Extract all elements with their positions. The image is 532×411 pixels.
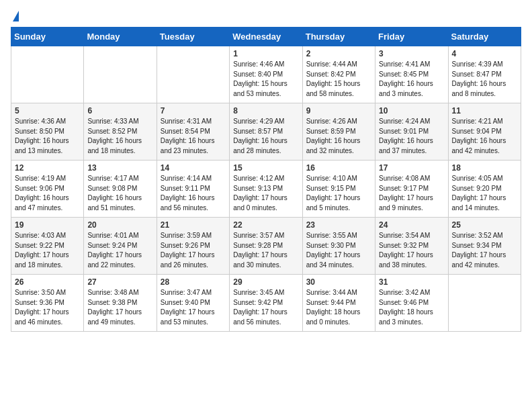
calendar-cell: 10Sunrise: 4:24 AM Sunset: 9:01 PM Dayli… [375,103,448,161]
calendar-cell: 22Sunrise: 3:57 AM Sunset: 9:28 PM Dayli… [230,218,302,275]
day-info: Sunrise: 3:47 AM Sunset: 9:40 PM Dayligh… [161,288,226,327]
day-info: Sunrise: 3:45 AM Sunset: 9:42 PM Dayligh… [233,288,298,327]
calendar-cell: 11Sunrise: 4:21 AM Sunset: 9:04 PM Dayli… [448,103,521,161]
calendar-cell: 8Sunrise: 4:29 AM Sunset: 8:57 PM Daylig… [230,103,302,161]
day-info: Sunrise: 3:55 AM Sunset: 9:30 PM Dayligh… [306,231,371,270]
calendar-cell: 2Sunrise: 4:44 AM Sunset: 8:42 PM Daylig… [302,46,375,103]
logo-triangle-icon [13,11,19,21]
day-info: Sunrise: 4:17 AM Sunset: 9:08 PM Dayligh… [87,174,152,213]
day-info: Sunrise: 4:41 AM Sunset: 8:45 PM Dayligh… [379,60,444,99]
day-info: Sunrise: 3:57 AM Sunset: 9:28 PM Dayligh… [233,231,298,270]
day-number: 28 [161,277,226,287]
calendar-cell: 4Sunrise: 4:39 AM Sunset: 8:47 PM Daylig… [448,46,521,103]
calendar-cell: 20Sunrise: 4:01 AM Sunset: 9:24 PM Dayli… [84,218,157,275]
calendar-cell: 12Sunrise: 4:19 AM Sunset: 9:06 PM Dayli… [11,161,84,218]
calendar-cell: 15Sunrise: 4:12 AM Sunset: 9:13 PM Dayli… [230,161,302,218]
calendar-cell: 13Sunrise: 4:17 AM Sunset: 9:08 PM Dayli… [84,161,157,218]
calendar-cell: 1Sunrise: 4:46 AM Sunset: 8:40 PM Daylig… [230,46,302,103]
day-info: Sunrise: 3:59 AM Sunset: 9:26 PM Dayligh… [161,231,226,270]
calendar-cell: 16Sunrise: 4:10 AM Sunset: 9:15 PM Dayli… [302,161,375,218]
calendar-cell: 7Sunrise: 4:31 AM Sunset: 8:54 PM Daylig… [157,103,229,161]
calendar-week-row: 26Sunrise: 3:50 AM Sunset: 9:36 PM Dayli… [11,275,521,332]
calendar-cell: 31Sunrise: 3:42 AM Sunset: 9:46 PM Dayli… [375,275,448,332]
day-info: Sunrise: 4:33 AM Sunset: 8:52 PM Dayligh… [87,117,152,156]
day-info: Sunrise: 4:10 AM Sunset: 9:15 PM Dayligh… [306,174,371,213]
calendar-cell: 26Sunrise: 3:50 AM Sunset: 9:36 PM Dayli… [11,275,84,332]
calendar-cell: 29Sunrise: 3:45 AM Sunset: 9:42 PM Dayli… [230,275,302,332]
day-number: 5 [15,106,80,116]
day-number: 4 [452,49,517,58]
day-info: Sunrise: 4:36 AM Sunset: 8:50 PM Dayligh… [15,117,80,156]
calendar-cell: 17Sunrise: 4:08 AM Sunset: 9:17 PM Dayli… [375,161,448,218]
day-info: Sunrise: 4:21 AM Sunset: 9:04 PM Dayligh… [452,117,517,156]
day-number: 26 [15,277,80,287]
day-number: 16 [306,163,371,173]
calendar-cell: 9Sunrise: 4:26 AM Sunset: 8:59 PM Daylig… [302,103,375,161]
day-info: Sunrise: 3:42 AM Sunset: 9:46 PM Dayligh… [379,288,444,327]
page-header [11,11,521,21]
calendar-cell [448,275,521,332]
day-number: 6 [87,106,152,116]
day-number: 18 [452,163,517,173]
day-info: Sunrise: 4:14 AM Sunset: 9:11 PM Dayligh… [161,174,226,213]
day-info: Sunrise: 4:26 AM Sunset: 8:59 PM Dayligh… [306,117,371,156]
calendar-cell: 19Sunrise: 4:03 AM Sunset: 9:22 PM Dayli… [11,218,84,275]
weekday-header-monday: Monday [84,28,157,46]
day-number: 2 [306,49,371,58]
day-info: Sunrise: 3:54 AM Sunset: 9:32 PM Dayligh… [379,231,444,270]
day-info: Sunrise: 4:05 AM Sunset: 9:20 PM Dayligh… [452,174,517,213]
day-number: 13 [87,163,152,173]
calendar-cell: 21Sunrise: 3:59 AM Sunset: 9:26 PM Dayli… [157,218,229,275]
day-number: 21 [161,220,226,230]
day-number: 29 [233,277,298,287]
day-info: Sunrise: 4:24 AM Sunset: 9:01 PM Dayligh… [379,117,444,156]
weekday-header-tuesday: Tuesday [157,28,229,46]
day-number: 12 [15,163,80,173]
day-info: Sunrise: 4:44 AM Sunset: 8:42 PM Dayligh… [306,60,371,99]
calendar-cell [84,46,157,103]
day-info: Sunrise: 4:19 AM Sunset: 9:06 PM Dayligh… [15,174,80,213]
calendar-cell [157,46,229,103]
day-info: Sunrise: 4:12 AM Sunset: 9:13 PM Dayligh… [233,174,298,213]
calendar-cell: 25Sunrise: 3:52 AM Sunset: 9:34 PM Dayli… [448,218,521,275]
day-number: 20 [87,220,152,230]
calendar-week-row: 1Sunrise: 4:46 AM Sunset: 8:40 PM Daylig… [11,46,521,103]
day-number: 27 [87,277,152,287]
day-number: 1 [233,49,298,58]
day-number: 8 [233,106,298,116]
calendar-cell: 24Sunrise: 3:54 AM Sunset: 9:32 PM Dayli… [375,218,448,275]
day-info: Sunrise: 4:08 AM Sunset: 9:17 PM Dayligh… [379,174,444,213]
day-info: Sunrise: 4:29 AM Sunset: 8:57 PM Dayligh… [233,117,298,156]
calendar-cell: 6Sunrise: 4:33 AM Sunset: 8:52 PM Daylig… [84,103,157,161]
calendar-cell: 23Sunrise: 3:55 AM Sunset: 9:30 PM Dayli… [302,218,375,275]
day-info: Sunrise: 4:01 AM Sunset: 9:24 PM Dayligh… [87,231,152,270]
calendar-cell: 28Sunrise: 3:47 AM Sunset: 9:40 PM Dayli… [157,275,229,332]
calendar-cell: 14Sunrise: 4:14 AM Sunset: 9:11 PM Dayli… [157,161,229,218]
day-number: 23 [306,220,371,230]
weekday-header-wednesday: Wednesday [230,28,302,46]
calendar-cell: 18Sunrise: 4:05 AM Sunset: 9:20 PM Dayli… [448,161,521,218]
day-number: 15 [233,163,298,173]
day-number: 9 [306,106,371,116]
weekday-header-saturday: Saturday [448,28,521,46]
day-number: 24 [379,220,444,230]
weekday-header-thursday: Thursday [302,28,375,46]
day-info: Sunrise: 4:46 AM Sunset: 8:40 PM Dayligh… [233,60,298,99]
day-number: 3 [379,49,444,58]
weekday-header-sunday: Sunday [11,28,84,46]
day-number: 10 [379,106,444,116]
day-number: 19 [15,220,80,230]
calendar-cell [11,46,84,103]
day-number: 25 [452,220,517,230]
logo [11,11,19,21]
day-info: Sunrise: 3:52 AM Sunset: 9:34 PM Dayligh… [452,231,517,270]
day-number: 7 [161,106,226,116]
day-info: Sunrise: 3:50 AM Sunset: 9:36 PM Dayligh… [15,288,80,327]
calendar-table: SundayMondayTuesdayWednesdayThursdayFrid… [11,27,521,332]
day-number: 11 [452,106,517,116]
day-number: 31 [379,277,444,287]
calendar-cell: 27Sunrise: 3:48 AM Sunset: 9:38 PM Dayli… [84,275,157,332]
calendar-cell: 30Sunrise: 3:44 AM Sunset: 9:44 PM Dayli… [302,275,375,332]
day-number: 30 [306,277,371,287]
day-number: 22 [233,220,298,230]
